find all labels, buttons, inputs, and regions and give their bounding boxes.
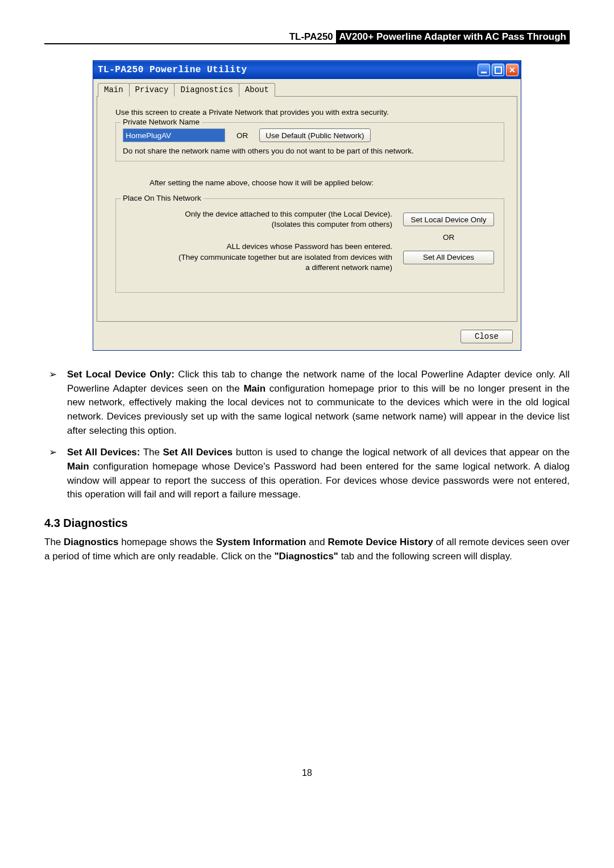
- network-name-input[interactable]: [123, 128, 225, 142]
- tab-body: Use this screen to create a Private Netw…: [97, 96, 517, 322]
- bullet-set-local: Set Local Device Only: Click this tab to…: [44, 368, 570, 438]
- tab-main[interactable]: Main: [98, 83, 130, 97]
- all-devices-text: ALL devices whose Password has been ente…: [123, 242, 392, 273]
- intro-text: Use this screen to create a Private Netw…: [115, 108, 504, 117]
- tab-privacy[interactable]: Privacy: [129, 83, 175, 97]
- close-icon[interactable]: ✕: [506, 64, 518, 76]
- page-number: 18: [44, 768, 570, 778]
- minimize-icon[interactable]: [478, 64, 490, 76]
- place-network-group: Place On This Network Only the device at…: [115, 198, 504, 293]
- bullet-set-all: Set All Devices: The Set All Devices but…: [44, 446, 570, 502]
- tab-diagnostics[interactable]: Diagnostics: [174, 83, 239, 97]
- tab-strip: Main Privacy Diagnostics About: [93, 82, 521, 96]
- maximize-icon[interactable]: [492, 64, 504, 76]
- share-note: Do not share the network name with other…: [123, 147, 497, 155]
- or-label: OR: [237, 131, 248, 140]
- set-all-devices-button[interactable]: Set All Devices: [403, 251, 494, 264]
- header-model: TL-PA250: [289, 31, 333, 42]
- set-local-device-button[interactable]: Set Local Device Only: [403, 213, 494, 226]
- window-title: TL-PA250 Powerline Utility: [98, 65, 478, 75]
- use-default-button[interactable]: Use Default (Public Network): [259, 128, 370, 142]
- tab-about[interactable]: About: [239, 83, 275, 97]
- header-desc: AV200+ Powerline Adapter with AC Pass Th…: [336, 30, 570, 43]
- private-network-group: Private Network Name OR Use Default (Pub…: [115, 122, 504, 161]
- or-label-2: OR: [400, 233, 497, 242]
- close-button[interactable]: Close: [460, 330, 513, 343]
- utility-window: TL-PA250 Powerline Utility ✕ Main Privac…: [93, 60, 521, 351]
- diagnostics-paragraph: The Diagnostics homepage shows the Syste…: [44, 535, 570, 563]
- titlebar[interactable]: TL-PA250 Powerline Utility ✕: [93, 61, 521, 79]
- document-header: TL-PA250 AV200+ Powerline Adapter with A…: [44, 31, 570, 44]
- section-heading: 4.3 Diagnostics: [44, 517, 570, 530]
- local-device-text: Only the device attached to this compute…: [123, 209, 392, 230]
- group-legend: Private Network Name: [121, 118, 202, 126]
- mid-instruction: After setting the name above, choose how…: [150, 178, 504, 187]
- group2-legend: Place On This Network: [121, 194, 204, 202]
- bullet-list: Set Local Device Only: Click this tab to…: [44, 368, 570, 502]
